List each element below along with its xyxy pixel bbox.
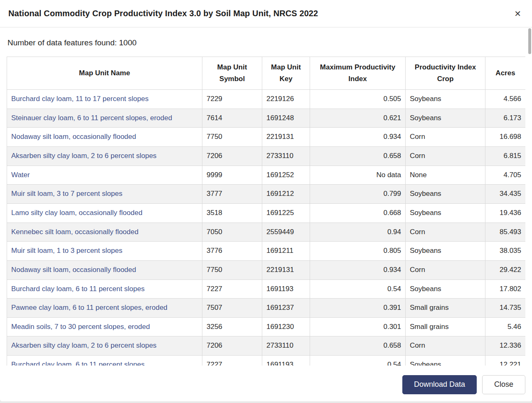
column-header-acres: Acres [485,57,526,90]
max-productivity-index-cell: 0.54 [310,279,406,299]
map-unit-name-cell[interactable]: Burchard clay loam, 6 to 11 percent slop… [7,356,202,366]
map-unit-key-cell: 2219131 [262,128,310,147]
productivity-index-crop-cell: Small grains [406,299,485,318]
acres-cell: 4.566 [485,90,526,109]
table-row: Nodaway silt loam, occasionally flooded7… [7,128,526,147]
close-icon[interactable]: ✕ [512,8,523,20]
productivity-index-crop-cell: Corn [406,147,485,166]
map-unit-name-cell[interactable]: Meadin soils, 7 to 30 percent slopes, er… [7,317,202,336]
productivity-index-crop-cell: Soybeans [406,90,485,109]
map-unit-name-cell[interactable]: Muir silt loam, 1 to 3 percent slopes [7,242,202,261]
acres-cell: 85.493 [485,223,526,242]
acres-cell: 6.815 [485,147,526,166]
acres-cell: 29.422 [485,260,526,279]
map-unit-key-cell: 2219131 [262,260,310,279]
map-unit-name-cell[interactable]: Lamo silty clay loam, occasionally flood… [7,203,202,223]
modal-header: National Commodity Crop Productivity Ind… [0,0,532,27]
max-productivity-index-cell: 0.658 [310,336,406,356]
map-unit-symbol-cell: 7507 [202,299,262,318]
table-row: Muir silt loam, 3 to 7 percent slopes377… [7,185,526,204]
map-unit-symbol-cell: 7229 [202,90,262,109]
table-viewport[interactable]: Map Unit Name Map Unit Symbol Map Unit K… [7,57,525,366]
map-unit-key-cell: 1691225 [262,203,310,223]
max-productivity-index-cell: 0.54 [310,356,406,366]
feature-count-text: Number of data features found: 1000 [7,38,525,47]
map-unit-name-cell[interactable]: Steinauer clay loam, 6 to 11 percent slo… [7,109,202,128]
map-unit-symbol-cell: 7614 [202,109,262,128]
productivity-index-crop-cell: Soybeans [406,203,485,223]
productivity-index-crop-cell: Corn [406,336,485,356]
map-unit-symbol-cell: 7227 [202,279,262,299]
table-row: Lamo silty clay loam, occasionally flood… [7,203,526,223]
map-unit-name-cell[interactable]: Water [7,166,202,185]
map-unit-symbol-cell: 7750 [202,260,262,279]
acres-cell: 17.802 [485,279,526,299]
max-productivity-index-cell: 0.934 [310,128,406,147]
max-productivity-index-cell: 0.658 [310,147,406,166]
map-unit-name-cell[interactable]: Muir silt loam, 3 to 7 percent slopes [7,185,202,204]
acres-cell: 5.46 [485,317,526,336]
table-row: Pawnee clay loam, 6 to 11 percent slopes… [7,299,526,318]
map-unit-symbol-cell: 3776 [202,242,262,261]
modal-title: National Commodity Crop Productivity Ind… [8,9,318,18]
map-unit-name-cell[interactable]: Aksarben silty clay loam, 2 to 6 percent… [7,336,202,356]
productivity-index-crop-cell: Small grains [406,317,485,336]
map-unit-symbol-cell: 3256 [202,317,262,336]
table-row: Burchard clay loam, 11 to 17 percent slo… [7,90,526,109]
data-table-modal: National Commodity Crop Productivity Ind… [0,0,532,401]
map-unit-key-cell: 1691248 [262,109,310,128]
productivity-index-crop-cell: Soybeans [406,279,485,299]
map-unit-name-cell[interactable]: Aksarben silty clay loam, 2 to 6 percent… [7,147,202,166]
map-unit-symbol-cell: 9999 [202,166,262,185]
table-row: Muir silt loam, 1 to 3 percent slopes377… [7,242,526,261]
map-unit-symbol-cell: 7206 [202,147,262,166]
map-unit-symbol-cell: 3777 [202,185,262,204]
productivity-index-crop-cell: Soybeans [406,242,485,261]
map-unit-key-cell: 2733110 [262,336,310,356]
productivity-index-crop-cell: Corn [406,128,485,147]
close-button[interactable]: Close [482,375,525,394]
map-unit-key-cell: 2559449 [262,223,310,242]
table-row: Aksarben silty clay loam, 2 to 6 percent… [7,147,526,166]
table-row: Nodaway silt loam, occasionally flooded7… [7,260,526,279]
column-header-max-productivity-index: Maximum Productivity Index [310,57,406,90]
map-unit-key-cell: 1691193 [262,279,310,299]
acres-cell: 38.035 [485,242,526,261]
map-unit-name-cell[interactable]: Nodaway silt loam, occasionally flooded [7,128,202,147]
column-header-map-unit-key: Map Unit Key [262,57,310,90]
max-productivity-index-cell: No data [310,166,406,185]
map-unit-name-cell[interactable]: Kennebec silt loam, occasionally flooded [7,223,202,242]
map-unit-symbol-cell: 7206 [202,336,262,356]
max-productivity-index-cell: 0.934 [310,260,406,279]
productivity-index-crop-cell: None [406,166,485,185]
map-unit-key-cell: 1691211 [262,242,310,261]
map-unit-name-cell[interactable]: Burchard clay loam, 6 to 11 percent slop… [7,279,202,299]
table-row: Water99991691252No dataNone4.705 [7,166,526,185]
max-productivity-index-cell: 0.391 [310,299,406,318]
productivity-index-crop-cell: Soybeans [406,185,485,204]
map-unit-name-cell[interactable]: Burchard clay loam, 11 to 17 percent slo… [7,90,202,109]
download-data-button[interactable]: Download Data [402,375,477,394]
soil-map-unit-table: Map Unit Name Map Unit Symbol Map Unit K… [7,57,525,366]
modal-body: Number of data features found: 1000 Map … [0,38,532,366]
productivity-index-crop-cell: Corn [406,260,485,279]
map-unit-key-cell: 2733110 [262,147,310,166]
table-row: Burchard clay loam, 6 to 11 percent slop… [7,356,526,366]
column-header-map-unit-symbol: Map Unit Symbol [202,57,262,90]
acres-cell: 12.336 [485,336,526,356]
max-productivity-index-cell: 0.505 [310,90,406,109]
table-row: Meadin soils, 7 to 30 percent slopes, er… [7,317,526,336]
scrollbar-thumb[interactable] [528,28,531,54]
map-unit-symbol-cell: 7750 [202,128,262,147]
acres-cell: 19.436 [485,203,526,223]
acres-cell: 16.698 [485,128,526,147]
map-unit-name-cell[interactable]: Nodaway silt loam, occasionally flooded [7,260,202,279]
map-unit-key-cell: 2219126 [262,90,310,109]
column-header-map-unit-name: Map Unit Name [7,57,202,90]
table-row: Steinauer clay loam, 6 to 11 percent slo… [7,109,526,128]
map-unit-name-cell[interactable]: Pawnee clay loam, 6 to 11 percent slopes… [7,299,202,318]
table-row: Burchard clay loam, 6 to 11 percent slop… [7,279,526,299]
acres-cell: 34.435 [485,185,526,204]
acres-cell: 4.705 [485,166,526,185]
map-unit-symbol-cell: 7227 [202,356,262,366]
